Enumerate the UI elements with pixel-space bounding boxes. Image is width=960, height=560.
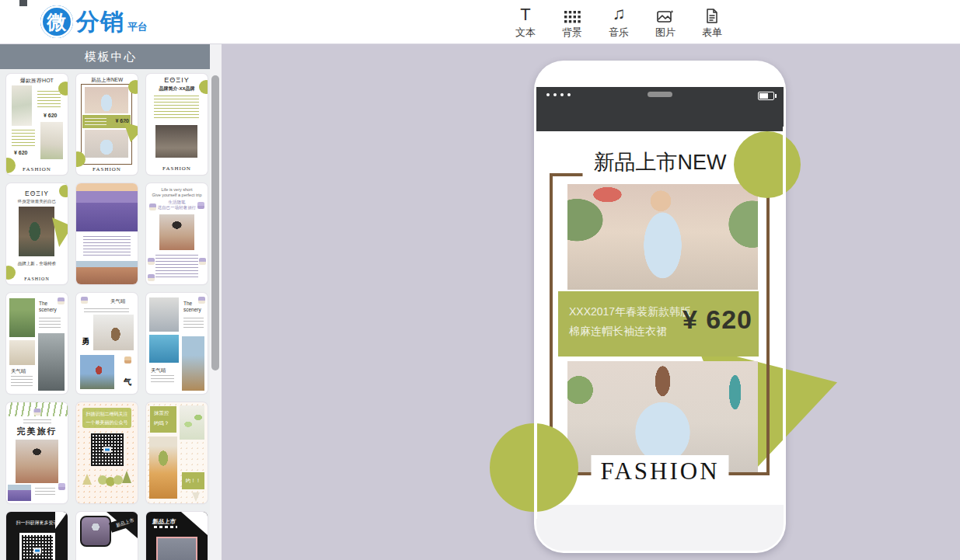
card-photo xyxy=(156,537,197,560)
template-card-new-arrival[interactable]: 新品上市NEW ¥ 620 FASHION xyxy=(76,74,138,175)
card-price: ¥ 620 xyxy=(44,113,58,118)
card-photo xyxy=(9,298,35,337)
card-caption: 天气晴 xyxy=(11,368,26,375)
card-line: Life is very short xyxy=(161,187,192,192)
gift-bag-icon xyxy=(58,297,65,304)
logo-suffix: 平台 xyxy=(127,20,148,34)
ice-cream-cone-icon xyxy=(122,471,131,483)
toolbar-item-background[interactable]: 背景 xyxy=(552,3,592,40)
logo-name: 分销 xyxy=(76,6,124,38)
template-card-brand-intro[interactable]: EΘΞIY 品牌简介·XX品牌 FASHION xyxy=(146,74,208,175)
card-note: 送自己一场轻奢旅行 xyxy=(158,205,197,210)
template-card-new-black[interactable]: 新品上市 xyxy=(146,512,208,560)
card-photo xyxy=(76,183,138,231)
toolbar-label: 音乐 xyxy=(599,26,639,40)
template-card-travel-note[interactable]: Life is very short Give yourself a perfe… xyxy=(146,183,208,284)
ice-cream-cone-icon xyxy=(192,492,200,502)
card-line: 约吗？ xyxy=(154,420,176,427)
card-photo xyxy=(38,333,65,391)
product-description: XXX2017年春装新款韩版 棉麻连帽长袖连衣裙 xyxy=(569,302,691,341)
card-title: 扫一扫获得更多资讯 xyxy=(6,520,68,527)
card-photo xyxy=(155,125,197,158)
card-title: 抹茶控 xyxy=(154,410,176,417)
card-text-lines xyxy=(39,318,61,330)
card-text-lines xyxy=(155,255,198,278)
card-price-band: ¥ 620 xyxy=(82,115,131,128)
card-photo xyxy=(19,207,54,256)
template-card-brand-new[interactable]: EΘΞIY 终身定做最美的自己 品牌上新，全场特价 FASHION xyxy=(6,183,68,284)
template-card-matcha[interactable]: 抹茶控 约吗？ 约！！ xyxy=(146,402,208,503)
qr-code xyxy=(91,433,124,466)
olive-circle xyxy=(59,185,68,197)
card-footer: FASHION xyxy=(146,165,208,172)
badge-underline xyxy=(154,526,177,528)
lavender-icon xyxy=(149,203,156,210)
text-icon: T xyxy=(505,3,546,23)
phone-footer-area xyxy=(536,505,784,551)
card-header-box: 扫描识别二维码关注 一个最美丽的公众号 xyxy=(82,408,131,428)
product-desc-line1: XXX2017年春装新款韩版 xyxy=(569,302,691,322)
card-text-lines xyxy=(154,96,199,120)
speaker-pill xyxy=(648,92,672,97)
card-photo xyxy=(149,335,179,363)
lavender-icon xyxy=(199,258,206,265)
card-photo xyxy=(80,516,111,547)
template-card-scenery-2[interactable]: The scenery 天气晴 xyxy=(146,293,208,394)
battery-icon xyxy=(758,92,774,100)
card-line: 一个最美丽的公众号 xyxy=(82,419,131,426)
card-caption: 天气晴 xyxy=(151,367,166,374)
card-text-lines xyxy=(12,130,35,147)
template-card-new-diagonal[interactable]: 新品上市 xyxy=(76,512,138,560)
toolbar-label: 背景 xyxy=(552,26,592,40)
toolbar-item-text[interactable]: T 文本 xyxy=(505,3,546,40)
phone-bezel-edge-left xyxy=(534,418,537,519)
card-title: 完美旅行 xyxy=(6,426,68,437)
brand-footer-label[interactable]: FASHION xyxy=(591,455,728,489)
page-title[interactable]: 新品上市NEW xyxy=(583,148,738,179)
card-line: 品牌上新，全场特价 xyxy=(6,261,68,266)
price-band[interactable]: XXX2017年春装新款韩版 棉麻连帽长袖连衣裙 ¥ 620 xyxy=(558,291,759,357)
card-photo xyxy=(159,214,194,250)
template-card-scenery-deer[interactable]: 天气晴 勇 气 xyxy=(76,293,138,394)
template-card-perfect-trip[interactable]: 完美旅行 xyxy=(6,402,68,503)
card-photo xyxy=(16,440,58,483)
template-card-qr-follow[interactable]: 扫描识别二维码关注 一个最美丽的公众号 xyxy=(76,402,138,503)
corner-cut xyxy=(181,512,208,535)
toolbar-label: 表单 xyxy=(692,26,732,40)
toolbar-item-music[interactable]: ♫ 音乐 xyxy=(599,3,639,40)
lavender-icon xyxy=(148,258,155,265)
card-header-box: 抹茶控 约吗？ xyxy=(150,406,176,433)
template-card-scenery-1[interactable]: The scenery 天气晴 xyxy=(6,293,68,394)
card-photo xyxy=(40,122,63,159)
card-text-lines xyxy=(11,376,33,388)
card-subtitle: 生活随笔 xyxy=(169,200,186,205)
card-badge: 新品上市 xyxy=(152,518,176,526)
template-card-black-qr[interactable]: 扫一扫获得更多资讯 xyxy=(6,512,68,560)
card-price: ¥ 620 xyxy=(115,118,129,123)
template-card-lavender[interactable] xyxy=(76,183,138,284)
window-artifact xyxy=(19,0,27,6)
app-header: 微 分销 平台 T 文本 背景 ♫ 音乐 xyxy=(0,0,960,44)
card-footer: FASHION xyxy=(6,166,68,172)
qr-code xyxy=(22,535,53,560)
card-text-lines xyxy=(37,91,61,110)
template-sidebar: 模板中心 爆款推荐HOT ¥ 620 ¥ 620 FASHION 新品上市NEW… xyxy=(0,44,222,560)
background-grid-icon xyxy=(552,3,592,23)
scrollbar-thumb[interactable] xyxy=(211,75,219,370)
signal-dots-icon xyxy=(546,93,571,96)
toolbar-item-image[interactable]: 图片 xyxy=(645,3,686,40)
product-photo-top[interactable] xyxy=(567,184,758,290)
editor-toolbar: T 文本 背景 ♫ 音乐 xyxy=(505,3,738,40)
perfume-bottle-icon xyxy=(197,202,204,209)
editor-canvas[interactable]: XXX2017年春装新款韩版 棉麻连帽长袖连衣裙 ¥ 620 新品上市NEW F… xyxy=(222,44,960,560)
card-text-lines xyxy=(84,308,129,313)
app-logo[interactable]: 微 分销 平台 xyxy=(40,5,148,38)
form-document-icon xyxy=(692,3,732,23)
logo-badge-icon: 微 xyxy=(40,5,73,38)
card-text-lines xyxy=(23,419,51,423)
template-card-hot-sale[interactable]: 爆款推荐HOT ¥ 620 ¥ 620 FASHION xyxy=(6,74,68,175)
toolbar-item-form[interactable]: 表单 xyxy=(692,3,732,40)
sidebar-scrollbar[interactable] xyxy=(210,44,222,560)
card-line: 约！！ xyxy=(186,478,201,483)
card-text-lines xyxy=(83,236,131,256)
